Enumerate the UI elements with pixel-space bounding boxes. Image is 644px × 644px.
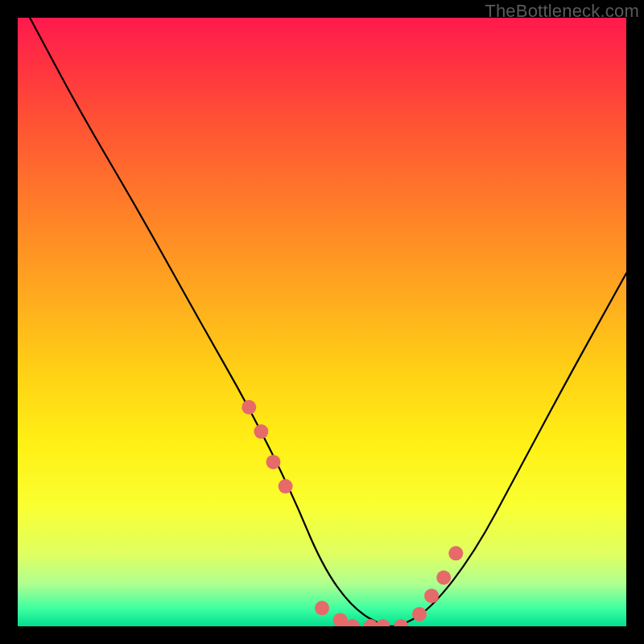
bottleneck-curve xyxy=(18,18,626,626)
marker-dot xyxy=(315,601,329,615)
marker-dot xyxy=(266,455,281,469)
marker-dot xyxy=(242,400,256,415)
marker-dot xyxy=(376,619,390,626)
watermark-text: TheBottleneck.com xyxy=(485,1,639,22)
highlighted-points xyxy=(242,400,463,626)
marker-dot xyxy=(333,613,348,626)
marker-dot xyxy=(412,607,427,621)
marker-dot xyxy=(424,588,439,603)
chart-plot-area xyxy=(18,18,626,626)
marker-dot xyxy=(394,619,408,626)
marker-dot xyxy=(279,479,293,493)
marker-dot xyxy=(448,546,463,560)
marker-dot xyxy=(436,571,451,585)
marker-dot xyxy=(254,424,268,439)
